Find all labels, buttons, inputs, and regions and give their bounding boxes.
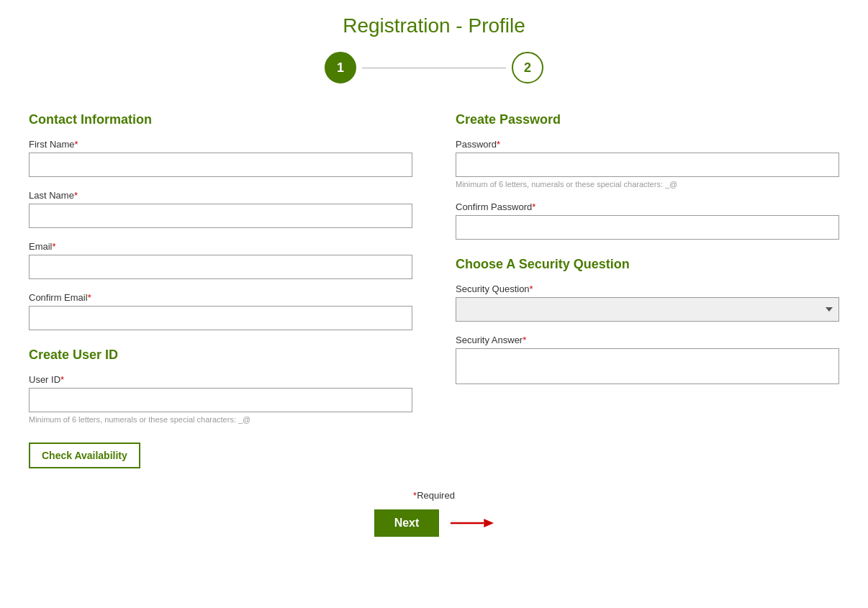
svg-marker-1 bbox=[484, 519, 494, 527]
confirm-password-input[interactable] bbox=[456, 215, 839, 240]
confirm-email-label: Confirm Email* bbox=[29, 292, 412, 303]
password-input[interactable] bbox=[456, 153, 839, 177]
email-input[interactable] bbox=[29, 255, 412, 279]
next-row: Next bbox=[29, 509, 839, 537]
check-availability-button[interactable]: Check Availability bbox=[29, 443, 140, 468]
next-arrow bbox=[451, 514, 494, 532]
page-title: Registration - Profile bbox=[29, 14, 839, 37]
userid-section-title: Create User ID bbox=[29, 348, 412, 363]
next-button[interactable]: Next bbox=[374, 509, 440, 537]
security-question-group: Security Question* bbox=[456, 283, 839, 322]
right-column: Create Password Password* Minimum of 6 l… bbox=[456, 112, 839, 468]
confirm-email-input[interactable] bbox=[29, 306, 412, 330]
password-hint: Minimum of 6 letters, numerals or these … bbox=[456, 180, 839, 189]
security-question-select[interactable] bbox=[456, 297, 839, 322]
security-question-label: Security Question* bbox=[456, 283, 839, 294]
form-footer: *Required Next bbox=[29, 490, 839, 537]
left-column: Contact Information First Name* Last Nam… bbox=[29, 112, 412, 468]
password-section-title: Create Password bbox=[456, 112, 839, 127]
security-answer-group: Security Answer* bbox=[456, 335, 839, 384]
last-name-label: Last Name* bbox=[29, 190, 412, 201]
step-1-circle: 1 bbox=[325, 52, 356, 83]
userid-label: User ID* bbox=[29, 374, 412, 385]
confirm-email-group: Confirm Email* bbox=[29, 292, 412, 330]
password-group: Password* Minimum of 6 letters, numerals… bbox=[456, 139, 839, 189]
confirm-password-group: Confirm Password* bbox=[456, 201, 839, 240]
first-name-label: First Name* bbox=[29, 139, 412, 150]
first-name-input[interactable] bbox=[29, 153, 412, 177]
userid-group: User ID* Minimum of 6 letters, numerals … bbox=[29, 374, 412, 424]
step-line bbox=[362, 68, 506, 68]
stepper: 1 2 bbox=[29, 52, 839, 83]
form-columns: Contact Information First Name* Last Nam… bbox=[29, 112, 839, 468]
email-label: Email* bbox=[29, 241, 412, 252]
password-label: Password* bbox=[456, 139, 839, 150]
first-name-group: First Name* bbox=[29, 139, 412, 177]
userid-input[interactable] bbox=[29, 388, 412, 412]
confirm-password-label: Confirm Password* bbox=[456, 201, 839, 212]
security-answer-label: Security Answer* bbox=[456, 335, 839, 345]
security-section-title: Choose A Security Question bbox=[456, 257, 839, 272]
last-name-group: Last Name* bbox=[29, 190, 412, 228]
required-note: *Required bbox=[29, 490, 839, 501]
email-group: Email* bbox=[29, 241, 412, 279]
last-name-input[interactable] bbox=[29, 204, 412, 228]
userid-hint: Minimum of 6 letters, numerals or these … bbox=[29, 415, 412, 424]
step-2-circle: 2 bbox=[512, 52, 543, 83]
contact-section-title: Contact Information bbox=[29, 112, 412, 127]
security-answer-input[interactable] bbox=[456, 348, 839, 384]
